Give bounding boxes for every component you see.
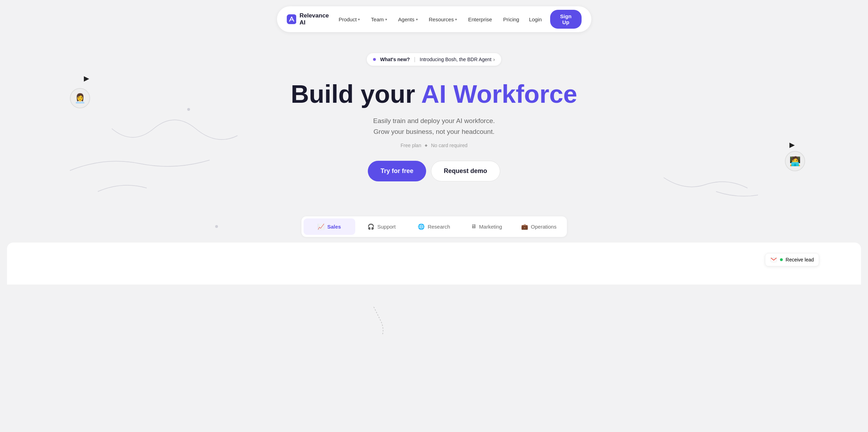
cursor-left: ▶ [84, 74, 89, 82]
banner-dot [373, 58, 376, 61]
research-icon: 🌐 [418, 223, 425, 230]
hero-title: Build your AI Workforce [7, 80, 861, 108]
signup-button[interactable]: Sign Up [550, 10, 581, 29]
gmail-icon [770, 256, 777, 263]
receive-lead-badge: Receive lead [765, 253, 819, 266]
nav-agents[interactable]: Agents ▾ [393, 14, 423, 25]
chevron-down-icon: ▾ [455, 17, 457, 21]
nav-pricing[interactable]: Pricing [498, 14, 524, 25]
chevron-down-icon: ▾ [416, 17, 418, 21]
nav-links: Product ▾ Team ▾ Agents ▾ Resources ▾ En… [334, 14, 524, 25]
nav-team[interactable]: Team ▾ [366, 14, 392, 25]
sales-icon: 📈 [318, 223, 324, 230]
login-button[interactable]: Login [524, 14, 547, 25]
avatar-right: 🧑‍💻 [785, 151, 805, 171]
navbar-container: Relevance AI Product ▾ Team ▾ Agents ▾ R… [0, 0, 868, 32]
brand-name: Relevance AI [299, 12, 334, 26]
tabs-section: 📈 Sales 🎧 Support 🌐 Research 🖥 Marketing… [0, 216, 868, 237]
navbar: Relevance AI Product ▾ Team ▾ Agents ▾ R… [277, 6, 591, 32]
tab-marketing[interactable]: 🖥 Marketing [461, 218, 512, 235]
tab-sales[interactable]: 📈 Sales [304, 218, 355, 235]
hero-buttons: Try for free Request demo [7, 161, 861, 181]
hero-meta: Free plan ◆ No card required [7, 143, 861, 148]
request-demo-button[interactable]: Request demo [431, 161, 500, 181]
chevron-down-icon: ▾ [385, 17, 387, 21]
svg-rect-2 [287, 14, 297, 24]
tab-support[interactable]: 🎧 Support [356, 218, 408, 235]
avatar-left: 👩‍💼 [70, 88, 90, 108]
meta-separator: ◆ [425, 143, 428, 147]
try-free-button[interactable]: Try for free [368, 161, 426, 181]
nav-resources[interactable]: Resources ▾ [424, 14, 462, 25]
hero-section: ▶ 👩‍💼 ▶ 🧑‍💻 What's new? | Introducing Bo… [0, 32, 868, 216]
logo-icon [287, 14, 297, 24]
tabs-bar: 📈 Sales 🎧 Support 🌐 Research 🖥 Marketing… [301, 216, 567, 237]
hero-title-accent: AI Workforce [421, 80, 577, 108]
banner-arrow: › [493, 57, 495, 62]
tab-operations[interactable]: 💼 Operations [513, 218, 565, 235]
operations-icon: 💼 [521, 223, 528, 230]
chevron-down-icon: ▾ [358, 17, 360, 21]
cursor-right: ▶ [789, 141, 795, 149]
preview-section: Receive lead [7, 243, 861, 285]
logo[interactable]: Relevance AI [287, 12, 334, 26]
hero-subtitle: Easily train and deploy your AI workforc… [7, 116, 861, 137]
status-dot [780, 258, 783, 261]
support-icon: 🎧 [367, 223, 374, 230]
banner-divider: | [414, 56, 415, 63]
banner-message: Introducing Bosh, the BDR Agent › [420, 57, 495, 62]
whats-new-label: What's new? [380, 57, 410, 62]
nav-product[interactable]: Product ▾ [334, 14, 365, 25]
nav-actions: Login Sign Up [524, 10, 581, 29]
marketing-icon: 🖥 [471, 223, 476, 230]
tab-research[interactable]: 🌐 Research [408, 218, 460, 235]
receive-lead-label: Receive lead [786, 257, 814, 262]
page-wrapper: Relevance AI Product ▾ Team ▾ Agents ▾ R… [0, 0, 868, 432]
whats-new-banner[interactable]: What's new? | Introducing Bosh, the BDR … [367, 53, 501, 66]
nav-enterprise[interactable]: Enterprise [463, 14, 497, 25]
